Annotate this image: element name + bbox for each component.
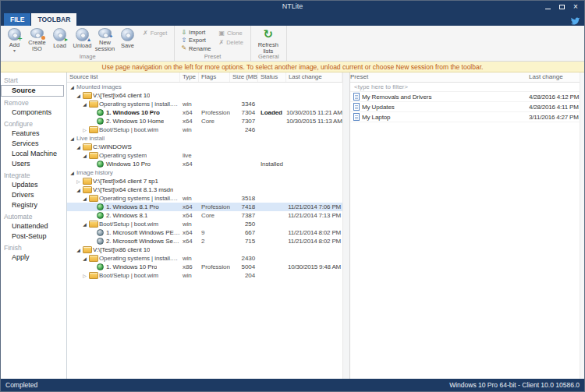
source-tree-row[interactable]: Live install — [67, 134, 342, 143]
rename-button[interactable]: ✎ Rename — [178, 45, 214, 52]
tree-expander-icon[interactable] — [81, 271, 88, 280]
source-tree-row[interactable]: Operating systems | install.wim win 3346 — [67, 100, 342, 108]
tree-expander-icon[interactable] — [81, 125, 88, 134]
titlebar: NTLite × — [1, 1, 584, 12]
preset-filter-input[interactable]: <type here to filter> — [350, 83, 584, 92]
forget-icon: ✗ — [143, 30, 148, 37]
source-tree-row[interactable]: V:\[Test]\x64 client 8.1.3 msdn — [67, 185, 342, 194]
source-tree-row[interactable]: Image history — [67, 168, 342, 177]
sidebar-item[interactable]: Updates — [1, 180, 66, 190]
source-tree-row[interactable]: V:\[Test]\x64 client 10 — [67, 91, 342, 100]
source-tree-row[interactable]: 1. Windows 8.1 Pro x64 Professional 7418… — [67, 203, 342, 211]
unload-button[interactable]: ▴ Unload — [72, 27, 93, 52]
sidebar-item[interactable]: Drivers — [1, 190, 66, 200]
sidebar-item[interactable]: Components — [1, 108, 66, 118]
source-tree-row[interactable]: V:\[Test]\x86 client 10 — [67, 245, 342, 254]
new-session-button[interactable]: ✦ New session — [94, 27, 115, 52]
file-tab[interactable]: FILE — [4, 13, 30, 26]
refresh-icon: ↻ — [264, 28, 274, 41]
sidebar-item[interactable]: Apply — [1, 253, 66, 263]
source-tree-row[interactable]: 2. Windows 8.1 x64 Core 7387 11/21/2014 … — [67, 211, 342, 220]
preset-table-header: Preset Last change — [350, 72, 584, 83]
sidebar-item[interactable]: Unattended — [1, 221, 66, 231]
import-button[interactable]: ⇩ Import — [178, 29, 214, 36]
item-icon — [88, 195, 98, 202]
source-tree-row[interactable]: Operating system live — [67, 151, 342, 160]
load-button[interactable]: ▸ Load — [49, 27, 70, 52]
tree-expander-icon[interactable] — [75, 245, 82, 254]
source-tree-row[interactable]: 2. Microsoft Windows Setup (x64) x64 2 7… — [67, 237, 342, 245]
source-tree-row[interactable]: 1. Microsoft Windows PE (x64) x64 9 667 … — [67, 228, 342, 237]
source-list-panel: Source list Type Flags Size (MB) Status … — [67, 72, 349, 379]
source-tree-row[interactable]: Boot/Setup | boot.wim win 204 — [67, 271, 342, 280]
source-tree-row[interactable]: 1. Windows 10 Pro x64 Professional 7304 … — [67, 108, 342, 117]
column-header-status[interactable]: Status — [258, 72, 286, 82]
clone-icon: ▣ — [218, 30, 225, 37]
sidebar-item[interactable]: Users — [1, 159, 66, 169]
column-header-source-list[interactable]: Source list — [67, 72, 180, 82]
column-header-last-change[interactable]: Last change — [286, 72, 342, 82]
source-tree-row[interactable]: V:\[Test]\x64 client 7 sp1 — [67, 177, 342, 185]
tree-expander-icon[interactable] — [75, 185, 82, 194]
create-iso-button[interactable]: Create ISO — [27, 27, 48, 52]
column-header-size[interactable]: Size (MB) — [230, 72, 258, 82]
sidebar-item[interactable]: Registry — [1, 200, 66, 210]
tree-expander-icon[interactable] — [81, 100, 88, 108]
sidebar-item[interactable]: Features — [1, 129, 66, 139]
source-tree-row[interactable]: 2. Windows 10 Home x64 Core 7307 10/30/2… — [67, 117, 342, 125]
save-icon — [121, 28, 134, 41]
ribbon-group-image: + Add ▾ Create ISO ▸ Load ▴ Unload ✦ New… — [1, 26, 175, 61]
source-tree-row[interactable]: Operating systems | install.wim win 2430 — [67, 254, 342, 263]
item-icon — [95, 238, 105, 245]
close-button[interactable]: × — [569, 2, 583, 12]
preset-file-icon — [353, 103, 360, 111]
tree-expander-icon[interactable] — [81, 220, 88, 228]
refresh-lists-button[interactable]: ↻ Refresh lists — [254, 27, 282, 52]
export-icon: ⇧ — [181, 37, 186, 44]
column-header-flags[interactable]: Flags — [199, 72, 230, 82]
item-icon — [82, 186, 92, 193]
sidebar-item[interactable]: Local Machine — [1, 149, 66, 159]
source-scrollbar[interactable] — [342, 72, 349, 379]
maximize-button[interactable] — [555, 2, 569, 12]
tree-expander-icon[interactable] — [81, 254, 88, 263]
source-tree-row[interactable]: Operating systems | install.wim win 3518 — [67, 194, 342, 203]
tree-expander-icon[interactable] — [75, 177, 82, 185]
column-header-type[interactable]: Type — [180, 72, 199, 82]
clone-button[interactable]: ▣ Clone — [215, 29, 246, 37]
ribbon-group-general: ↻ Refresh lists General — [251, 26, 287, 61]
tree-expander-icon[interactable] — [75, 143, 82, 151]
source-tree-row[interactable]: Boot/Setup | boot.wim win 250 — [67, 220, 342, 228]
source-tree-row[interactable]: Windows 10 Pro x64 Installed — [67, 160, 342, 168]
sidebar-item: Finish — [1, 242, 66, 253]
tree-expander-icon[interactable] — [81, 151, 88, 160]
tree-expander-icon[interactable] — [75, 91, 82, 100]
export-button[interactable]: ⇧ Export — [178, 37, 214, 44]
source-tree-row[interactable]: 1. Windows 10 Pro x86 Professional 5004 … — [67, 263, 342, 271]
source-tree-row[interactable]: Mounted images — [67, 83, 342, 91]
tree-expander-icon[interactable] — [69, 168, 76, 177]
column-header-preset[interactable]: Preset — [350, 72, 529, 82]
tree-expander-icon[interactable] — [69, 134, 76, 143]
add-button[interactable]: + Add ▾ — [4, 27, 25, 52]
tree-expander-icon[interactable] — [69, 83, 76, 91]
preset-row[interactable]: My Updates 4/28/2016 4:11 PM — [350, 102, 584, 112]
toolbar-tab[interactable]: TOOLBAR — [31, 13, 76, 26]
tree-expander-icon[interactable] — [81, 194, 88, 203]
forget-button[interactable]: ✗ Forget — [140, 29, 170, 37]
sidebar-item[interactable]: Services — [1, 139, 66, 149]
preset-row[interactable]: My Removals and Drivers 4/28/2016 4:12 P… — [350, 92, 584, 102]
column-header-preset-last-change[interactable]: Last change — [529, 72, 582, 82]
save-button[interactable]: Save — [117, 27, 138, 52]
notice-bar: Use page navigation on the left for more… — [1, 62, 584, 72]
sidebar-item[interactable]: Source — [1, 85, 64, 97]
item-icon — [88, 152, 98, 159]
preset-scrollbar[interactable] — [580, 72, 584, 379]
sidebar-item[interactable]: Post-Setup — [1, 231, 66, 242]
source-tree-row[interactable]: C:\WINDOWS — [67, 143, 342, 151]
item-icon — [95, 212, 105, 219]
minimize-button[interactable] — [541, 2, 555, 12]
preset-row[interactable]: My Laptop 3/11/2016 4:27 PM — [350, 112, 584, 122]
source-tree-row[interactable]: Boot/Setup | boot.wim win 246 — [67, 125, 342, 134]
delete-button[interactable]: ✗ Delete — [215, 38, 246, 47]
